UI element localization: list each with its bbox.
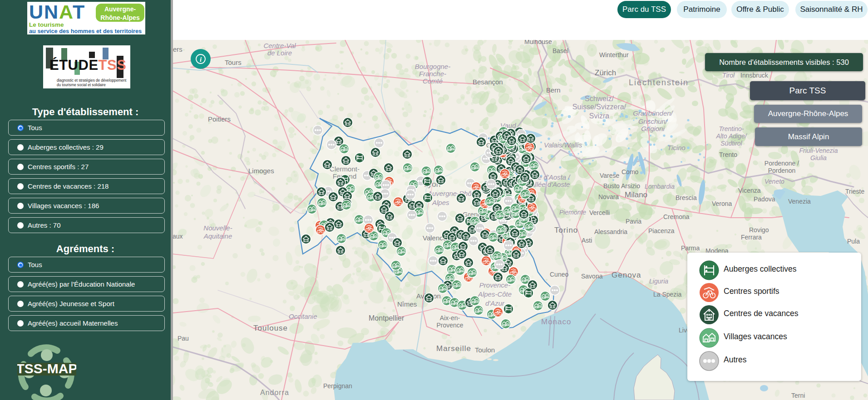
- svg-text:Toulon: Toulon: [475, 346, 495, 354]
- svg-text:Milano: Milano: [625, 190, 647, 199]
- svg-text:Limoges: Limoges: [248, 167, 274, 175]
- svg-text:Veneto: Veneto: [764, 178, 784, 185]
- svg-text:Pavia: Pavia: [626, 218, 641, 225]
- svg-text:Suisse/Svizzera/: Suisse/Svizzera/: [572, 103, 626, 111]
- svg-text:Valais/Wallis: Valais/Wallis: [544, 141, 582, 149]
- svg-text:Andorra: Andorra: [260, 389, 289, 396]
- svg-text:Basel: Basel: [552, 47, 568, 54]
- svg-text:Winterthur: Winterthur: [599, 51, 629, 59]
- svg-text:Poitiers: Poitiers: [208, 115, 231, 123]
- svg-text:Aquitaine: Aquitaine: [203, 232, 232, 240]
- svg-text:Varese: Varese: [600, 172, 620, 179]
- svg-text:Asti: Asti: [582, 237, 592, 244]
- svg-text:Occitanie: Occitanie: [289, 312, 317, 320]
- svg-text:Toulouse: Toulouse: [253, 324, 288, 332]
- svg-text:Comté: Comté: [423, 77, 443, 85]
- svg-text:Genova: Genova: [612, 271, 641, 279]
- svg-text:Trieste: Trieste: [845, 188, 864, 195]
- svg-text:Pordenone /: Pordenone /: [764, 160, 799, 167]
- svg-text:Padova: Padova: [754, 195, 775, 203]
- svg-text:aux: aux: [173, 233, 183, 240]
- svg-text:Busto Arsizio: Busto Arsizio: [603, 182, 640, 190]
- svg-text:Tirol: Tirol: [722, 72, 735, 79]
- svg-text:Savona: Savona: [581, 273, 603, 280]
- svg-text:Clermont-: Clermont-: [330, 165, 360, 173]
- svg-text:TSS-MAP: TSS-MAP: [17, 361, 76, 376]
- svg-text:Novara: Novara: [598, 193, 619, 200]
- svg-text:Svizra: Svizra: [589, 112, 610, 120]
- svg-text:Alto Adige/: Alto Adige/: [715, 132, 747, 140]
- svg-text:Ferrara: Ferrara: [741, 234, 762, 241]
- svg-text:Bern: Bern: [546, 86, 561, 94]
- svg-text:Liguria: Liguria: [649, 278, 668, 285]
- svg-text:Perpignan: Perpignan: [323, 382, 352, 390]
- svg-text:Besançon: Besançon: [473, 78, 503, 86]
- svg-text:Provence-: Provence-: [479, 281, 510, 289]
- svg-text:Aix-en-: Aix-en-: [440, 314, 460, 322]
- svg-text:Lombardia: Lombardia: [645, 183, 675, 190]
- svg-text:Ticino: Ticino: [667, 144, 686, 151]
- svg-text:Cuneo: Cuneo: [550, 271, 568, 278]
- svg-text:Alpes-Côte: Alpes-Côte: [478, 290, 512, 298]
- svg-text:Trentino-: Trentino-: [719, 125, 744, 132]
- svg-text:Zürich: Zürich: [595, 68, 616, 77]
- svg-text:Marseille: Marseille: [436, 344, 471, 353]
- svg-text:de Loire: de Loire: [267, 49, 292, 57]
- svg-text:Nîmes: Nîmes: [397, 300, 417, 308]
- svg-text:i: i: [200, 56, 202, 63]
- svg-text:Franche-: Franche-: [419, 70, 446, 78]
- svg-text:Como: Como: [621, 168, 639, 176]
- svg-text:Cremona: Cremona: [663, 213, 690, 220]
- svg-text:Tours: Tours: [225, 59, 242, 66]
- svg-text:Nouvelle-: Nouvelle-: [203, 224, 232, 232]
- svg-text:Pula: Pula: [847, 238, 860, 245]
- svg-text:Vicenza: Vicenza: [738, 187, 761, 194]
- svg-text:Südtirol: Südtirol: [720, 140, 742, 147]
- svg-text:Brescia: Brescia: [676, 194, 697, 201]
- svg-text:Liechtenstein: Liechtenstein: [629, 78, 689, 87]
- svg-text:Venezia: Venezia: [788, 198, 811, 205]
- svg-text:Schweiz/: Schweiz/: [585, 95, 614, 102]
- svg-text:Graubünden/: Graubünden/: [633, 109, 673, 117]
- svg-text:Friuli-Venezia: Friuli-Venezia: [799, 147, 838, 154]
- svg-text:Rovigo: Rovigo: [749, 226, 769, 234]
- svg-text:Bourgogne-: Bourgogne-: [415, 63, 450, 70]
- svg-text:Alpes: Alpes: [432, 199, 449, 206]
- svg-text:Pordenon: Pordenon: [768, 167, 796, 174]
- svg-text:Verona: Verona: [712, 200, 732, 207]
- svg-text:Alessandria: Alessandria: [594, 228, 627, 235]
- svg-text:Montpellier: Montpellier: [369, 314, 404, 322]
- svg-text:Terni: Terni: [791, 392, 805, 399]
- svg-text:Pau: Pau: [178, 335, 189, 342]
- svg-text:Centre-Val: Centre-Val: [263, 42, 296, 49]
- svg-text:Grigioni: Grigioni: [641, 125, 665, 132]
- svg-text:Piacenza: Piacenza: [648, 227, 675, 234]
- svg-text:Giulia: Giulia: [810, 154, 827, 161]
- svg-text:Torino: Torino: [554, 226, 578, 234]
- svg-text:La Spezia: La Spezia: [653, 291, 681, 298]
- svg-text:Monaco: Monaco: [541, 317, 571, 326]
- svg-text:Parma: Parma: [681, 244, 700, 252]
- svg-text:Innsbruck: Innsbruck: [740, 72, 769, 79]
- svg-text:Provence: Provence: [436, 322, 463, 329]
- svg-text:ers: ers: [173, 45, 182, 53]
- svg-text:Trento: Trento: [719, 151, 737, 158]
- svg-text:Grischun/: Grischun/: [638, 117, 668, 125]
- svg-text:Vercelli: Vercelli: [589, 209, 610, 216]
- svg-text:d'Azur: d'Azur: [485, 299, 505, 307]
- svg-text:Mulhouse: Mulhouse: [524, 40, 552, 45]
- svg-text:Piemonte: Piemonte: [559, 209, 586, 216]
